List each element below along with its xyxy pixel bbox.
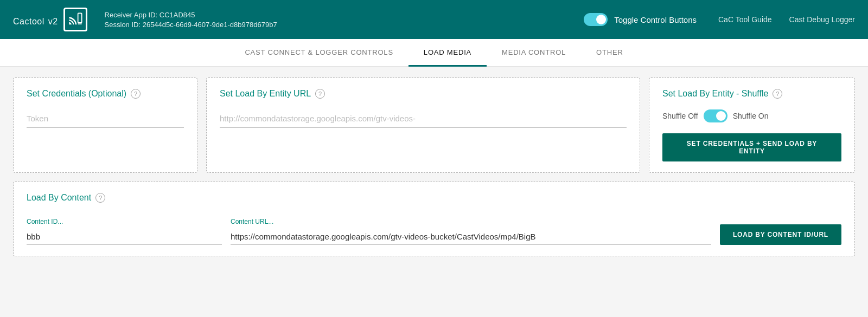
token-input[interactable]	[27, 109, 184, 128]
toggle-control-section[interactable]: Toggle Control Buttons	[584, 13, 697, 26]
entity-url-card-title: Set Load By Entity URL ?	[220, 89, 627, 99]
content-id-input[interactable]	[27, 229, 222, 245]
tab-cast-connect[interactable]: CAST CONNECT & LOGGER CONTROLS	[229, 40, 408, 67]
top-cards-row: Set Credentials (Optional) ? Set Load By…	[13, 77, 855, 173]
credentials-title-text: Set Credentials (Optional)	[27, 89, 126, 99]
shuffle-toggle-switch[interactable]	[704, 109, 727, 122]
load-content-title-text: Load By Content	[27, 193, 91, 203]
session-id: Session ID: 26544d5c-66d9-4607-9de1-d8b9…	[105, 21, 584, 29]
shuffle-card: Set Load By Entity - Shuffle ? Shuffle O…	[649, 77, 855, 173]
load-content-help-icon[interactable]: ?	[95, 193, 105, 203]
cast-icon	[63, 8, 87, 31]
cast-svg-icon	[68, 12, 83, 27]
shuffle-card-title: Set Load By Entity - Shuffle ?	[662, 89, 841, 99]
app-header: Cactool v2 Receiver App ID: CC1AD845 Ses…	[0, 0, 868, 39]
logo-name: Cactool	[13, 17, 44, 26]
load-content-card-title: Load By Content ?	[27, 193, 841, 203]
content-url-input[interactable]	[231, 229, 711, 245]
shuffle-title-text: Set Load By Entity - Shuffle	[662, 89, 768, 99]
entity-url-title-text: Set Load By Entity URL	[220, 89, 311, 99]
header-info: Receiver App ID: CC1AD845 Session ID: 26…	[105, 11, 584, 29]
toggle-control-label: Toggle Control Buttons	[614, 15, 697, 24]
logo-section: Cactool v2	[13, 8, 87, 31]
tab-bar: CAST CONNECT & LOGGER CONTROLS LOAD MEDI…	[0, 39, 868, 67]
logo-version: v2	[46, 17, 58, 26]
header-nav: CaC Tool Guide Cast Debug Logger	[718, 15, 855, 24]
entity-url-help-icon[interactable]: ?	[315, 89, 325, 99]
entity-url-input[interactable]	[220, 109, 627, 128]
tab-media-control[interactable]: MEDIA CONTROL	[487, 40, 581, 67]
credentials-card-title: Set Credentials (Optional) ?	[27, 89, 184, 99]
content-url-group: Content URL...	[231, 218, 711, 245]
tab-load-media[interactable]: LOAD MEDIA	[409, 40, 487, 67]
toggle-control-buttons-switch[interactable]	[584, 13, 608, 26]
shuffle-on-label: Shuffle On	[733, 112, 769, 120]
content-id-group: Content ID...	[27, 218, 222, 245]
content-url-sublabel: Content URL...	[231, 218, 711, 225]
shuffle-toggle-row: Shuffle Off Shuffle On	[662, 109, 841, 122]
main-content: Set Credentials (Optional) ? Set Load By…	[0, 67, 868, 267]
content-id-sublabel: Content ID...	[27, 218, 222, 225]
shuffle-off-label: Shuffle Off	[662, 112, 698, 120]
credentials-help-icon[interactable]: ?	[131, 89, 141, 99]
load-by-content-id-url-button[interactable]: LOAD BY CONTENT ID/URL	[720, 224, 841, 245]
set-credentials-send-load-button[interactable]: SET CREDENTIALS + SEND LOAD BY ENTITY	[662, 133, 841, 161]
svg-rect-0	[78, 13, 81, 23]
shuffle-help-icon[interactable]: ?	[773, 89, 782, 99]
credentials-card: Set Credentials (Optional) ?	[13, 77, 197, 173]
cast-debug-logger-link[interactable]: Cast Debug Logger	[789, 15, 855, 24]
receiver-app-id: Receiver App ID: CC1AD845	[105, 11, 584, 19]
entity-url-card: Set Load By Entity URL ?	[206, 77, 640, 173]
logo-text: Cactool v2	[13, 11, 58, 28]
load-content-row: Content ID... Content URL... LOAD BY CON…	[27, 218, 841, 245]
load-content-card: Load By Content ? Content ID... Content …	[13, 182, 855, 256]
tab-other[interactable]: OTHER	[581, 40, 639, 67]
cac-tool-guide-link[interactable]: CaC Tool Guide	[718, 15, 772, 24]
